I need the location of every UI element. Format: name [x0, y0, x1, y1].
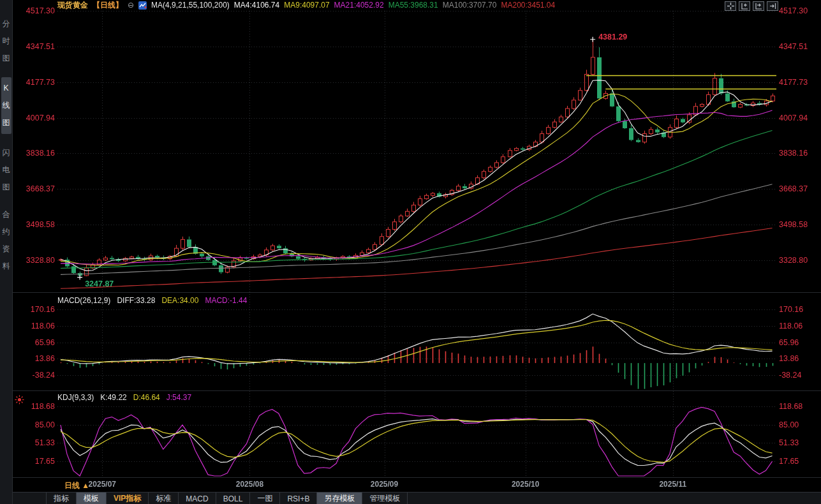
- price-axis-tick: 4517.30: [19, 6, 55, 15]
- panel-separator: [13, 477, 821, 478]
- macd-diff-value: DIFF:33.28: [117, 296, 155, 305]
- price-axis-tick: 4177.73: [19, 78, 55, 87]
- price-axis-tick: 3838.16: [19, 149, 55, 158]
- kdj-k-value: K:49.22: [100, 393, 126, 402]
- ma-params-label: MA(4,9,21,55,100,200): [151, 1, 230, 10]
- zoom-axis-right-icon[interactable]: [753, 1, 764, 11]
- macd-axis-tick: 170.16: [779, 305, 818, 314]
- collapse-icon[interactable]: ⊖: [128, 1, 134, 9]
- kdj-axis-tick: 17.65: [19, 457, 55, 466]
- chart-toolbar: [725, 1, 778, 11]
- kdj-axis-tick: 85.00: [779, 420, 818, 429]
- kdj-axis-tick: 85.00: [19, 420, 55, 429]
- chart-header: 现货黄金 【日线】 ⊖ MA(4,9,21,55,100,200) MA4:41…: [57, 1, 555, 10]
- left-sidebar: 分时图 K线图 闪电图 合约资料: [0, 0, 13, 504]
- kdj-axis-tick: 118.68: [19, 402, 55, 411]
- tab-rsi-b[interactable]: RSI+B: [280, 493, 317, 504]
- tab-indicators[interactable]: 指标: [46, 493, 77, 504]
- ma55-value: MA55:3968.31: [388, 1, 438, 10]
- ma100-value: MA100:3707.70: [443, 1, 497, 10]
- macd-axis-tick: 118.06: [19, 322, 55, 330]
- tab-boll[interactable]: BOLL: [216, 493, 251, 504]
- tab-standard[interactable]: 标准: [149, 493, 179, 504]
- collapse-right-panel-icon[interactable]: [767, 1, 778, 11]
- ma9-value: MA9:4097.07: [284, 1, 329, 10]
- macd-title: MACD(26,12,9): [57, 296, 110, 305]
- kdj-axis-tick: 17.65: [779, 457, 818, 466]
- alert-indicator-icon[interactable]: [15, 395, 24, 404]
- ma200-value: MA200:3451.04: [501, 1, 555, 10]
- chart-type-icon[interactable]: [138, 1, 147, 10]
- macd-dea-value: DEA:34.00: [161, 296, 198, 305]
- price-axis-tick: 4517.30: [779, 6, 818, 15]
- price-axis-tick: 4007.94: [779, 114, 818, 122]
- price-axis-tick: 3668.37: [19, 184, 55, 193]
- price-axis-tick: 4347.51: [19, 42, 55, 51]
- macd-axis-tick: 65.96: [19, 338, 55, 347]
- macd-axis-tick: 118.06: [779, 322, 818, 330]
- macd-header: MACD(26,12,9) DIFF:33.28 DEA:34.00 MACD:…: [57, 296, 247, 305]
- macd-axis-tick: 65.96: [779, 338, 818, 347]
- sidebar-item-time-chart[interactable]: 分时图: [1, 15, 11, 67]
- kdj-title: KDJ(9,3,3): [57, 393, 94, 402]
- ma21-value: MA21:4052.92: [334, 1, 384, 10]
- ma4-value: MA4:4106.74: [234, 1, 279, 10]
- x-axis-label: 2025/08: [236, 480, 263, 489]
- tab-vip-indicators[interactable]: VIP指标: [107, 493, 149, 504]
- tab-save-template[interactable]: 另存模板: [317, 493, 362, 504]
- bottom-tab-bar: 指标 模板 VIP指标 标准 MACD BOLL 一图 RSI+B 另存模板 管…: [13, 492, 821, 504]
- panel-separator: [13, 292, 821, 293]
- kdj-d-value: D:46.64: [133, 393, 160, 402]
- zoom-axis-left-icon[interactable]: [739, 1, 750, 11]
- trading-app: 分时图 K线图 闪电图 合约资料 现货黄金 【日线】 ⊖ MA(4,9,21,5…: [0, 0, 821, 504]
- price-axis-tick: 3328.80: [779, 256, 818, 265]
- tab-templates[interactable]: 模板: [77, 493, 107, 504]
- kdj-axis-tick: 118.68: [779, 402, 818, 411]
- tab-manage-templates[interactable]: 管理模板: [362, 493, 408, 504]
- x-axis-label: 2025/10: [512, 480, 539, 489]
- price-axis-tick: 4347.51: [779, 42, 818, 51]
- marked-low-label: 3247.87: [85, 279, 114, 288]
- crosshair-move-icon[interactable]: [725, 1, 736, 11]
- price-axis-tick: 4177.73: [779, 78, 818, 87]
- price-axis-tick: 3498.58: [779, 220, 818, 229]
- price-axis-tick: 3498.58: [19, 220, 55, 229]
- price-axis-tick: 3328.80: [19, 256, 55, 265]
- macd-axis-tick: -38.24: [779, 371, 818, 380]
- price-axis-tick: 3838.16: [779, 149, 818, 158]
- macd-axis-tick: 13.86: [19, 354, 55, 363]
- tab-one-chart[interactable]: 一图: [250, 493, 280, 504]
- macd-axis-tick: 170.16: [19, 305, 55, 314]
- x-axis-label: 2025/11: [659, 480, 686, 489]
- period-tag: 【日线】: [92, 0, 123, 11]
- kdj-header: KDJ(9,3,3) K:49.22 D:46.64 J:54.37: [57, 393, 191, 402]
- marked-high-label: 4381.29: [598, 33, 627, 41]
- price-axis-tick: 4007.94: [19, 114, 55, 122]
- kdj-j-value: J:54.37: [166, 393, 191, 402]
- panel-separator: [13, 390, 821, 391]
- sidebar-item-lightning-chart[interactable]: 闪电图: [1, 144, 11, 196]
- sidebar-item-contract-info[interactable]: 合约资料: [1, 206, 11, 275]
- macd-value: MACD:-1.44: [205, 296, 247, 305]
- sidebar-item-kline-chart[interactable]: K线图: [1, 77, 11, 134]
- period-selector[interactable]: 日线 ▲: [64, 480, 89, 491]
- tab-macd[interactable]: MACD: [179, 493, 216, 504]
- macd-axis-tick: -38.24: [19, 371, 55, 380]
- kdj-axis-tick: 51.33: [19, 438, 55, 447]
- symbol-name: 现货黄金: [57, 0, 88, 11]
- x-axis-label: 2025/09: [371, 480, 398, 489]
- macd-axis-tick: 13.86: [779, 354, 818, 363]
- x-axis-label: 2025/07: [89, 480, 116, 489]
- kline-chart-canvas[interactable]: [0, 0, 821, 504]
- kdj-axis-tick: 51.33: [779, 438, 818, 447]
- price-axis-tick: 3668.37: [779, 184, 818, 193]
